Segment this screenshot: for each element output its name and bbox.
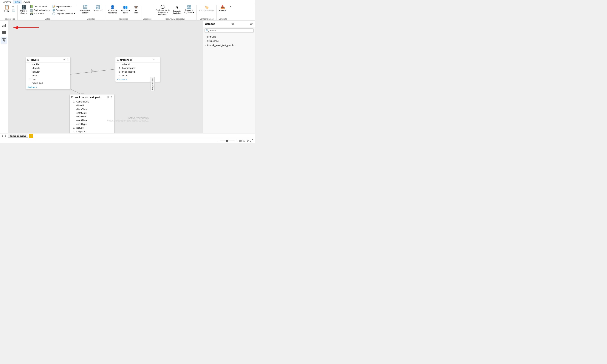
origenes-button[interactable]: 🕐 Orígenes recientes ▾ [51, 12, 76, 15]
table-row: eventDate [70, 111, 114, 115]
table-row: name [26, 74, 70, 78]
qa-icon: 💬 [160, 5, 165, 9]
right-panel: Campos ≪ ≫ 🔍 › ⊞ drivers › ⊞ timesheet ›… [203, 21, 255, 133]
ribbon-group-compartir: 📤 Publicar Compartir [217, 5, 229, 20]
fullscreen-button[interactable]: ⛶ [250, 139, 253, 143]
menu-archivo[interactable]: Archivo [1, 0, 13, 4]
zoom-minus[interactable]: − [216, 139, 218, 143]
table-row: Σ hours-logged [115, 66, 160, 70]
table-truck-event: ⊡ truck_event_text_part... 👁 ⋮ Σ Correla… [69, 94, 114, 133]
origenes-icon: 🕐 [52, 12, 55, 15]
svg-text:*: * [114, 66, 115, 69]
table-row: wage-plan [26, 81, 70, 85]
truck-event-actions[interactable]: 👁 ⋮ [107, 96, 113, 99]
svg-rect-6 [2, 39, 3, 40]
relaciones-icon: 👤 [110, 5, 115, 9]
refresh-button[interactable]: 🔃 Actualizar [92, 5, 103, 12]
get-data-button[interactable]: 🗄️ Obtenerdatos ▾ [19, 5, 28, 14]
administrar-relaciones-button[interactable]: 👤 Administrarrelaciones [106, 5, 119, 14]
collapse-panel-button[interactable]: ≪ [231, 22, 234, 26]
ribbon-group-seguridad: Seguridad [141, 5, 153, 20]
table-row: driverId [70, 104, 114, 107]
menu-bar: Archivo Inicio Ayuda [0, 0, 255, 4]
svg-rect-5 [2, 33, 6, 34]
table-icon: ⊞ [207, 39, 209, 42]
tree-item-truck-event[interactable]: › ⊞ truck_event_text_partition [203, 43, 255, 47]
confidencialidad-button[interactable]: 🏷️ Confidencialidad [198, 5, 215, 12]
sigma-icon: Σ [73, 101, 75, 103]
zoom-plus[interactable]: + [236, 139, 238, 143]
all-tables-tab[interactable]: Todas las tablas [8, 134, 28, 138]
search-box: 🔍 [205, 28, 254, 33]
menu-inicio[interactable]: Inicio [13, 0, 22, 4]
especificar-datos-button[interactable]: 📝 Especificar datos [51, 5, 76, 8]
ver-como-button[interactable]: 👁️ Vercomo [132, 5, 140, 14]
prev-tab-button[interactable]: ‹ [1, 134, 3, 138]
sigma-icon: Σ [119, 67, 121, 69]
truck-event-table-icon: ⊡ [71, 96, 73, 99]
drivers-actions[interactable]: 👁 ⋮ [63, 58, 69, 61]
truck-event-table-name: truck_event_text_part... [75, 96, 107, 99]
truck-event-header: ⊡ truck_event_text_part... 👁 ⋮ [70, 94, 114, 100]
excel-button[interactable]: 📗 Libro de Excel [29, 5, 51, 8]
model-view-button[interactable] [0, 37, 7, 44]
tree-item-timesheet[interactable]: › ⊞ timesheet [203, 39, 255, 43]
watermark: Activar Windows Ve a Configuración para … [107, 116, 149, 122]
publicar-button[interactable]: 📤 Publicar [218, 5, 227, 12]
expand-panel-button[interactable]: ≫ [250, 22, 253, 26]
svg-rect-2 [5, 24, 6, 27]
report-view-button[interactable] [0, 22, 7, 29]
svg-rect-3 [2, 31, 6, 32]
sql-server-button[interactable]: 🗃️ SQL Server [29, 12, 51, 15]
svg-line-13 [68, 69, 116, 75]
table-row: Σ latitude [70, 126, 114, 130]
refresh-status-button[interactable]: ↻ [246, 139, 249, 143]
table-row: Σ miles-logged [115, 70, 160, 74]
paste-button[interactable]: 📋 Pegar [3, 5, 11, 12]
transform-button[interactable]: 🔄 Transformardatos ▾ [79, 5, 92, 14]
expand-icon: › [205, 44, 206, 46]
add-tab-button[interactable]: + [29, 134, 33, 138]
timesheet-table-name: timesheet [120, 58, 153, 61]
sigma-icon: Σ [119, 75, 121, 77]
ver-icon: 👁️ [134, 5, 138, 9]
drivers-collapse[interactable]: Contraer ∧ [26, 85, 70, 89]
main-container: * 1 1 ↓ * ⊡ drivers 👁 ⋮ certified [0, 21, 255, 133]
arrow-indicator [10, 24, 40, 32]
ribbon-group-confidencialidad: 🏷️ Confidencialidad Confidencialidad [197, 5, 217, 20]
menu-ayuda[interactable]: Ayuda [22, 0, 32, 4]
lenguaje-button[interactable]: A Lenguajelingüístico [172, 5, 182, 14]
properties-tab[interactable]: Propiedades [151, 77, 155, 91]
zoom-level: 100 % [239, 140, 245, 142]
svg-rect-4 [2, 32, 6, 33]
administrar-roles-button[interactable]: 👥 Administrarroles [119, 5, 132, 14]
config-qa-button[interactable]: 💬 Configuración dePreguntas yrespuestas [155, 5, 171, 16]
tree-item-drivers[interactable]: › ⊞ drivers [203, 35, 255, 39]
cut-button[interactable]: ✂ [11, 5, 16, 8]
ribbon-group-qa: 💬 Configuración dePreguntas yrespuestas … [153, 5, 197, 20]
paste-icon: 📋 [4, 5, 9, 9]
esquema-button[interactable]: 🔤 Esquemalingüístico ▾ [183, 5, 195, 14]
copy-button[interactable]: 📄 [11, 8, 16, 12]
expand-icon: › [205, 36, 206, 38]
publicar-icon: 📤 [220, 5, 225, 9]
collapse-ribbon-button[interactable]: ∧ [229, 5, 232, 8]
table-row: Σ CorrelationId [70, 100, 114, 104]
timesheet-actions[interactable]: 👁 ⋮ [153, 58, 158, 61]
drivers-table-name: drivers [31, 58, 63, 61]
search-input[interactable] [210, 29, 252, 32]
data-view-button[interactable] [0, 29, 7, 36]
next-tab-button[interactable]: › [4, 134, 7, 138]
excel-icon: 📗 [30, 5, 33, 8]
table-row: driverId [115, 63, 160, 66]
svg-rect-7 [4, 39, 6, 40]
sigma-icon: Σ [73, 127, 75, 129]
zoom-slider[interactable] [220, 141, 235, 141]
fields-tree: › ⊞ drivers › ⊞ timesheet › ⊞ truck_even… [203, 34, 255, 133]
centro-datos-button[interactable]: 🏢 Centro de datos ▾ [29, 8, 51, 12]
dataverse-icon: ⚙️ [52, 9, 55, 12]
roles-icon: 👥 [123, 5, 128, 9]
bottom-tabs: ‹ › Todas las tablas + [0, 133, 255, 138]
dataverse-button[interactable]: ⚙️ Dataverse [51, 8, 76, 12]
table-row: driverId [26, 66, 70, 70]
